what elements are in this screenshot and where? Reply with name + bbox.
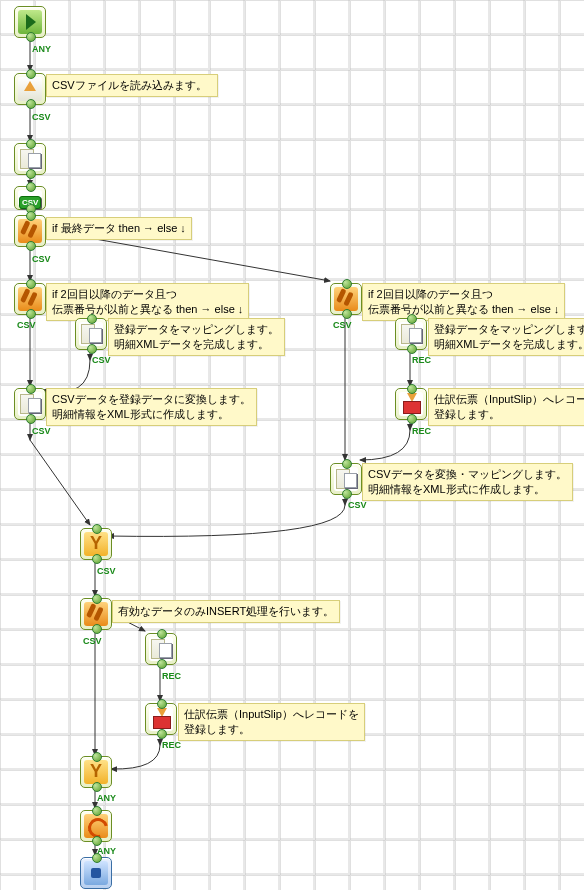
loop-node[interactable] [80,810,112,842]
edge-tag-csv: CSV [32,254,51,264]
transform-node-1[interactable] [14,143,46,175]
csv-badge-node[interactable] [14,186,46,210]
note-map-l: 登録データをマッピングします。 明細XMLデータを完成します。 [108,318,285,356]
end-node[interactable] [80,857,112,889]
edge-tag-csv: CSV [32,112,51,122]
start-node[interactable] [14,6,46,38]
flow-canvas: { "tags":{"any":"ANY","csv":"CSV","rec":… [0,0,584,890]
edge-tag-csv: CSV [83,636,102,646]
edge-tag-rec: REC [412,355,431,365]
note-convert-r: CSVデータを変換・マッピングします。 明細情報をXML形式に作成します。 [362,463,573,501]
edge-tag-csv: CSV [333,320,352,330]
note-insert-2: 仕訳伝票（InputSlip）へレコードを 登録します。 [178,703,365,741]
merge-icon [84,532,108,556]
stop-icon [84,861,108,885]
map-node-r[interactable] [395,318,427,350]
branch-icon [18,219,42,243]
note-branch-second-l: if 2回目以降のデータ且つ 伝票番号が以前と異なる then → else ↓ [46,283,249,321]
branch-final[interactable] [14,215,46,247]
merge-icon [84,760,108,784]
edge-tag-csv: CSV [348,500,367,510]
convert-node-r[interactable] [330,463,362,495]
branch-valid[interactable] [80,598,112,630]
insert-icon [399,392,423,416]
sheet-icon [18,392,42,416]
edge-tag-csv: CSV [17,320,36,330]
note-branch-final: if 最終データ then → else ↓ [46,217,192,240]
merge-node-2[interactable] [80,756,112,788]
edge-tag-rec: REC [162,671,181,681]
branch-second-r[interactable] [330,283,362,315]
play-icon [18,10,42,34]
merge-node-1[interactable] [80,528,112,560]
branch-second-l[interactable] [14,283,46,315]
transform-node-2[interactable] [145,633,177,665]
edge-tag-csv: CSV [97,566,116,576]
sheet-icon [18,147,42,171]
branch-icon [334,287,358,311]
read-csv-node[interactable] [14,73,46,105]
edge-tag-csv: CSV [92,355,111,365]
note-convert-l: CSVデータを登録データに変換します。 明細情報をXML形式に作成します。 [46,388,257,426]
convert-node-l[interactable] [14,388,46,420]
sheet-icon [149,637,173,661]
note-read-csv: CSVファイルを読み込みます。 [46,74,218,97]
edge-tag-rec: REC [412,426,431,436]
sheet-icon [79,322,103,346]
upload-icon [18,77,42,101]
sheet-icon [334,467,358,491]
port [26,32,36,42]
note-insert-r: 仕訳伝票（InputSlip）へレコードを 登録します。 [428,388,584,426]
insert-node-2[interactable] [145,703,177,735]
edge-tag-rec: REC [162,740,181,750]
branch-icon [84,602,108,626]
branch-icon [18,287,42,311]
edge-tag-any: ANY [97,793,116,803]
map-node-l[interactable] [75,318,107,350]
edge-tag-any: ANY [32,44,51,54]
note-map-r: 登録データをマッピングします。 明細XMLデータを完成します。 [428,318,584,356]
insert-node-r[interactable] [395,388,427,420]
note-branch-valid: 有効なデータのみINSERT処理を行います。 [112,600,340,623]
sheet-icon [399,322,423,346]
loop-icon [84,814,108,838]
edge-tag-csv: CSV [32,426,51,436]
note-branch-second-r: if 2回目以降のデータ且つ 伝票番号が以前と異なる then → else ↓ [362,283,565,321]
insert-icon [149,707,173,731]
